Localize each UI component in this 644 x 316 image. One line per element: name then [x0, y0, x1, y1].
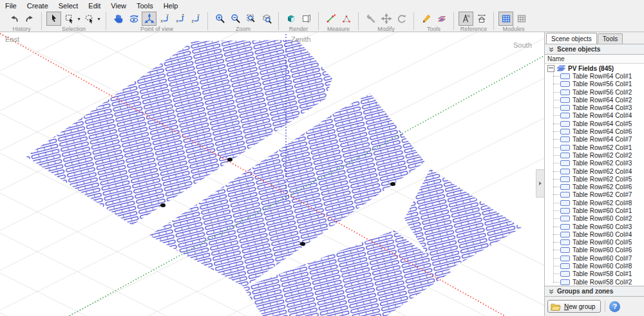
- tree-item[interactable]: Table Row#62 Col#8: [545, 199, 644, 207]
- undo-button[interactable]: [6, 12, 21, 26]
- move-button[interactable]: [379, 12, 393, 26]
- tree-item-label: Table Row#58 Col#2: [573, 279, 632, 286]
- zoom-extents-button[interactable]: [259, 12, 274, 26]
- measure-distance-button[interactable]: [323, 12, 338, 26]
- menu-item-file[interactable]: File: [0, 1, 22, 10]
- tree-item[interactable]: Table Row#62 Col#7: [545, 191, 644, 199]
- pv-table-icon: [560, 184, 570, 190]
- application-window: FileCreateSelectEditViewToolsHelp Histor…: [0, 0, 644, 316]
- menu-item-view[interactable]: View: [106, 1, 131, 10]
- tree-connector: [553, 100, 560, 100]
- menu-item-select[interactable]: Select: [53, 1, 84, 10]
- tree-item[interactable]: Table Row#60 Col#3: [545, 223, 644, 230]
- zenith-axis-label: Zenith: [291, 35, 311, 43]
- tree-item[interactable]: Table Row#62 Col#3: [545, 160, 644, 167]
- tree-item[interactable]: Table Row#58 Col#1: [545, 270, 644, 278]
- tree-item-label: Table Row#56 Col#2: [573, 89, 632, 96]
- scene-canvas[interactable]: East Zenith South: [0, 32, 545, 316]
- scene-objects-header-label: Scene objects: [557, 46, 600, 53]
- tree-item-label: Table Row#58 Col#1: [573, 270, 632, 277]
- tree-item[interactable]: Table Row#60 Col#8: [545, 262, 644, 270]
- axes-button[interactable]: [142, 12, 156, 26]
- measure-angle-button[interactable]: [339, 12, 354, 26]
- tree-item[interactable]: Table Row#62 Col#4: [545, 167, 644, 175]
- tree-item[interactable]: Table Row#64 Col#6: [545, 127, 644, 135]
- pv-table-icon: [560, 145, 570, 151]
- tree-root-pv-fields[interactable]: PV Fields (845): [545, 64, 644, 72]
- orbit-eye-button[interactable]: [126, 12, 141, 26]
- groups-zones-section-header[interactable]: Groups and zones: [545, 286, 644, 297]
- lasso-select-button[interactable]: [82, 12, 97, 26]
- tree-item[interactable]: Table Row#62 Col#5: [545, 175, 644, 183]
- menu-item-edit[interactable]: Edit: [83, 1, 106, 10]
- pv-field-blocks[interactable]: [26, 40, 522, 316]
- orbit-eye-icon: [129, 14, 139, 24]
- modules-grid-active-button[interactable]: [498, 12, 513, 26]
- pv-table-icon: [560, 247, 570, 253]
- tree-item-label: Table Row#64 Col#5: [573, 120, 632, 127]
- tree-item[interactable]: Table Row#64 Col#2: [545, 96, 644, 104]
- pan-hand-icon: [113, 14, 124, 24]
- pv-table-icon: [560, 256, 570, 261]
- rect-select-button[interactable]: [62, 12, 77, 26]
- render-solid-button[interactable]: [283, 12, 298, 26]
- pv-table-icon: [560, 73, 570, 79]
- name-column-header[interactable]: Name: [545, 55, 644, 64]
- tree-item[interactable]: Table Row#56 Col#2: [545, 88, 644, 96]
- redo-button[interactable]: [22, 12, 37, 26]
- pv-table-icon: [560, 279, 570, 285]
- tree-item[interactable]: Table Row#62 Col#2: [545, 151, 644, 159]
- tables-button[interactable]: [434, 12, 449, 26]
- new-group-button[interactable]: New group: [547, 300, 601, 313]
- tree-item[interactable]: Table Row#60 Col#4: [545, 230, 644, 238]
- tree-item[interactable]: Table Row#56 Col#1: [545, 80, 644, 88]
- tree-item[interactable]: Table Row#60 Col#7: [545, 254, 644, 262]
- zoom-out-button[interactable]: [228, 12, 243, 26]
- dropdown-caret-icon[interactable]: ▾: [77, 16, 81, 22]
- zoom-window-icon: [246, 14, 256, 24]
- pv-fields-icon: [556, 64, 566, 72]
- menu-item-help[interactable]: Help: [158, 1, 184, 10]
- zoom-window-button[interactable]: [243, 12, 258, 26]
- toolbar-separator: [358, 12, 359, 30]
- tree-item[interactable]: Table Row#64 Col#7: [545, 136, 644, 144]
- help-button[interactable]: ?: [609, 301, 620, 312]
- panel-tabs: Scene objectsTools: [545, 32, 644, 44]
- panel-collapse-handle[interactable]: [536, 169, 544, 198]
- tree-item[interactable]: Table Row#60 Col#1: [545, 207, 644, 214]
- tab-scene-objects[interactable]: Scene objects: [546, 33, 597, 44]
- view-zy-button[interactable]: zY: [188, 12, 203, 26]
- wrench-button[interactable]: [363, 12, 378, 26]
- tree-item[interactable]: Table Row#60 Col#2: [545, 215, 644, 223]
- view-xy-button[interactable]: xY: [157, 12, 172, 26]
- tree-item[interactable]: Table Row#58 Col#2: [545, 278, 644, 286]
- pan-hand-button[interactable]: [111, 12, 126, 26]
- pencil-button[interactable]: [419, 12, 433, 26]
- tree-item[interactable]: Table Row#62 Col#1: [545, 144, 644, 151]
- tree-item[interactable]: Table Row#62 Col#6: [545, 183, 644, 191]
- tree-item[interactable]: Table Row#64 Col#5: [545, 120, 644, 127]
- rotate-button[interactable]: [394, 12, 409, 26]
- select-cursor-button[interactable]: [46, 12, 61, 26]
- tree-item[interactable]: Table Row#64 Col#1: [545, 72, 644, 80]
- pv-table-icon: [560, 81, 570, 87]
- tree-item[interactable]: Table Row#60 Col#6: [545, 246, 644, 254]
- scene-objects-section-header[interactable]: Scene objects: [545, 44, 644, 55]
- tab-tools[interactable]: Tools: [598, 33, 623, 44]
- tree-item[interactable]: Table Row#64 Col#4: [545, 112, 644, 120]
- toolbar-group-selection: ▾▾Selection: [43, 11, 105, 32]
- view-xz-button[interactable]: xZ: [173, 12, 187, 26]
- menu-item-create[interactable]: Create: [22, 1, 53, 10]
- compass-north-button[interactable]: N: [459, 12, 473, 26]
- scene-viewport[interactable]: East Zenith South: [0, 32, 545, 316]
- modules-grid-button[interactable]: [514, 12, 529, 26]
- tree-collapse-box-icon[interactable]: [547, 65, 554, 72]
- render-wire-button[interactable]: [299, 12, 314, 26]
- pv-table-icon: [560, 200, 570, 206]
- menu-item-tools[interactable]: Tools: [131, 1, 158, 10]
- zoom-in-button[interactable]: [213, 12, 227, 26]
- tree-item[interactable]: Table Row#64 Col#3: [545, 104, 644, 111]
- house-measure-button[interactable]: [474, 12, 489, 26]
- dropdown-caret-icon[interactable]: ▾: [97, 16, 101, 22]
- tree-item[interactable]: Table Row#60 Col#5: [545, 239, 644, 246]
